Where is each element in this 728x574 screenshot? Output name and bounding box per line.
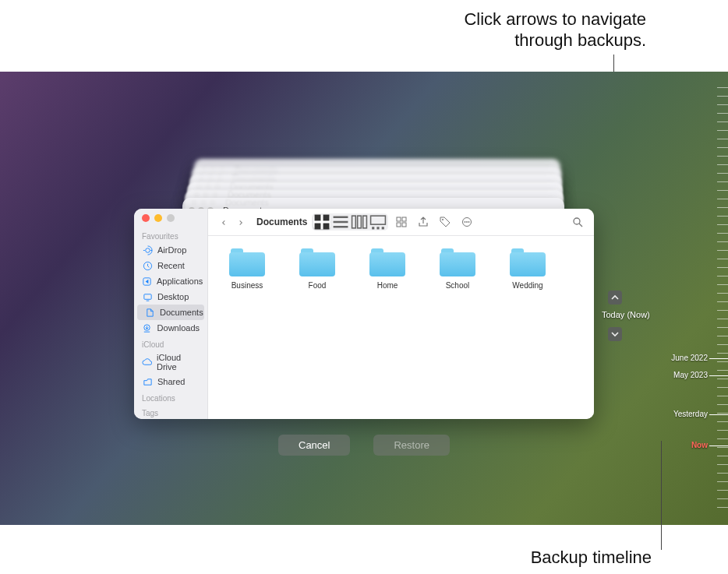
- svg-rect-11: [363, 216, 367, 228]
- svg-rect-7: [315, 224, 321, 230]
- svg-rect-14: [377, 227, 380, 229]
- folder-item[interactable]: Business: [224, 248, 270, 290]
- svg-point-24: [468, 221, 470, 223]
- view-mode-group: [312, 213, 388, 231]
- nav-down-button[interactable]: [608, 327, 622, 341]
- folder-icon: [229, 248, 265, 276]
- timeline-label[interactable]: Yesterday: [673, 410, 708, 418]
- forward-button[interactable]: [233, 214, 249, 230]
- sidebar-icon: [142, 245, 153, 255]
- sidebar-item-shared[interactable]: Shared: [134, 374, 207, 389]
- svg-rect-18: [397, 223, 401, 227]
- svg-point-22: [465, 221, 466, 223]
- share-icon[interactable]: [415, 213, 432, 231]
- timeline-label[interactable]: June 2022: [671, 354, 708, 362]
- folder-name: Wedding: [512, 281, 542, 290]
- folder-icon: [510, 248, 546, 276]
- sidebar-icon: [142, 357, 152, 368]
- sidebar-icon: [142, 376, 153, 387]
- group-by-icon[interactable]: [393, 213, 410, 231]
- tag-icon[interactable]: [436, 213, 454, 231]
- finder-main: Documents BusinessFoodHomeSchoolWedding: [208, 209, 594, 419]
- action-icon[interactable]: [458, 213, 475, 231]
- close-icon[interactable]: [142, 214, 150, 222]
- sidebar-header: Tags: [134, 404, 207, 419]
- sidebar-header: iCloud: [134, 336, 207, 350]
- folder-name: Food: [309, 281, 327, 290]
- sidebar-item-applications[interactable]: Applications: [134, 273, 207, 289]
- list-view-button[interactable]: [332, 215, 349, 229]
- current-backup-label: Today (Now): [602, 310, 650, 319]
- nav-up-button[interactable]: [608, 291, 622, 305]
- svg-point-25: [574, 218, 580, 224]
- sidebar-icon: [142, 260, 153, 271]
- sidebar-item-label: Desktop: [157, 292, 189, 301]
- sidebar-icon: [145, 307, 155, 318]
- sidebar-icon: [142, 322, 153, 333]
- minimize-icon[interactable]: [154, 214, 162, 222]
- sidebar-item-documents[interactable]: Documents: [137, 305, 204, 320]
- svg-rect-17: [402, 217, 406, 221]
- svg-rect-15: [382, 227, 384, 229]
- sidebar-item-label: Shared: [157, 377, 185, 386]
- backup-timeline[interactable]: June 2022May 2023YesterdayNow: [673, 87, 728, 525]
- folder-icon: [369, 248, 405, 276]
- svg-point-23: [466, 221, 468, 223]
- sidebar: Favourites AirDropRecentApplicationsDesk…: [134, 209, 208, 419]
- gallery-view-button[interactable]: [369, 215, 387, 229]
- zoom-icon[interactable]: [167, 214, 175, 222]
- window-title: Documents: [256, 217, 307, 227]
- icon-view-button[interactable]: [313, 215, 330, 229]
- back-button[interactable]: [216, 214, 231, 230]
- sidebar-item-label: Recent: [157, 261, 185, 270]
- folder-name: School: [446, 281, 470, 290]
- svg-rect-3: [143, 294, 150, 299]
- folder-item[interactable]: Food: [294, 248, 341, 290]
- folder-name: Business: [231, 281, 263, 290]
- sidebar-header: Locations: [134, 389, 207, 404]
- cancel-button[interactable]: Cancel: [278, 435, 350, 456]
- timeline-label[interactable]: May 2023: [673, 371, 708, 379]
- window-controls: [134, 214, 207, 227]
- folder-icon: [299, 248, 335, 276]
- svg-rect-16: [397, 217, 401, 221]
- folder-item[interactable]: Wedding: [504, 248, 551, 290]
- svg-rect-19: [402, 223, 406, 227]
- sidebar-item-label: Applications: [157, 276, 203, 286]
- sidebar-item-label: AirDrop: [157, 245, 186, 255]
- time-machine-screen: Documents Documents Documents Documents …: [0, 72, 728, 525]
- svg-rect-5: [315, 215, 321, 221]
- svg-rect-6: [323, 215, 330, 221]
- folder-grid: BusinessFoodHomeSchoolWedding: [208, 236, 594, 419]
- callout-arrows: Click arrows to navigatethrough backups.: [464, 9, 646, 51]
- sidebar-item-icloud-drive[interactable]: iCloud Drive: [134, 350, 207, 374]
- svg-rect-12: [371, 216, 386, 224]
- timeline-label[interactable]: Now: [691, 441, 708, 449]
- sidebar-icon: [142, 291, 153, 302]
- sidebar-item-label: Downloads: [157, 323, 200, 333]
- sidebar-item-airdrop[interactable]: AirDrop: [134, 242, 207, 258]
- svg-rect-8: [323, 224, 330, 230]
- sidebar-item-recent[interactable]: Recent: [134, 258, 207, 273]
- svg-rect-13: [372, 227, 374, 229]
- toolbar: Documents: [208, 209, 594, 236]
- folder-item[interactable]: Home: [364, 248, 411, 290]
- sidebar-item-label: Documents: [160, 308, 203, 317]
- finder-window: Favourites AirDropRecentApplicationsDesk…: [134, 209, 594, 419]
- restore-button[interactable]: Restore: [373, 435, 450, 456]
- sidebar-icon: [142, 276, 152, 287]
- svg-point-20: [442, 219, 444, 220]
- callout-timeline: Backup timeline: [531, 548, 652, 568]
- folder-item[interactable]: School: [434, 248, 481, 290]
- svg-point-0: [145, 248, 150, 252]
- search-icon[interactable]: [569, 213, 586, 231]
- sidebar-item-label: iCloud Drive: [157, 353, 200, 372]
- folder-icon: [440, 248, 475, 276]
- sidebar-item-desktop[interactable]: Desktop: [134, 289, 207, 305]
- sidebar-item-downloads[interactable]: Downloads: [134, 320, 207, 336]
- svg-rect-9: [352, 216, 356, 228]
- callout-line: [661, 441, 662, 550]
- column-view-button[interactable]: [351, 215, 368, 229]
- folder-name: Home: [377, 281, 398, 290]
- svg-rect-10: [358, 216, 362, 228]
